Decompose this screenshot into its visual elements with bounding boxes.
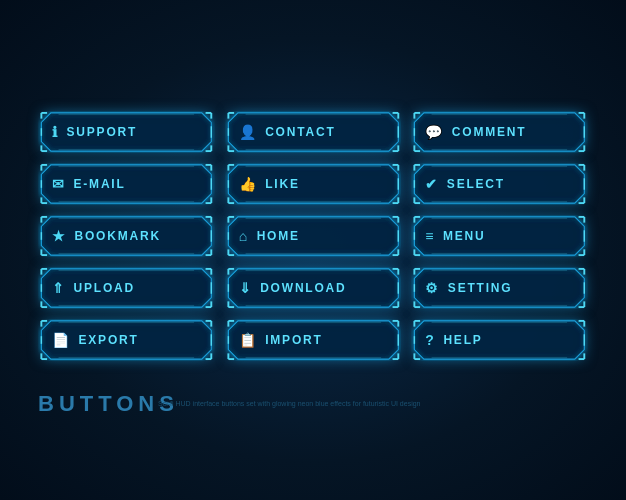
upload-icon: ⇑ bbox=[52, 280, 66, 296]
button-home[interactable]: ⌂ HOME bbox=[225, 215, 402, 257]
like-label: LIKE bbox=[265, 177, 300, 191]
button-download[interactable]: ⇓ DOWNLOAD bbox=[225, 267, 402, 309]
button-help[interactable]: ? HELP bbox=[411, 319, 588, 361]
button-support[interactable]: ℹ SUPPORT bbox=[38, 111, 215, 153]
button-email[interactable]: ✉ E-MAIL bbox=[38, 163, 215, 205]
contact-label: CONTACT bbox=[265, 125, 335, 139]
upload-label: UPLOAD bbox=[74, 281, 135, 295]
email-label: E-MAIL bbox=[74, 177, 126, 191]
select-label: SELECT bbox=[447, 177, 505, 191]
support-icon: ℹ bbox=[52, 124, 59, 140]
help-icon: ? bbox=[425, 332, 435, 348]
home-icon: ⌂ bbox=[239, 228, 249, 244]
footer-text: Sci-fi HUD interface buttons set with gl… bbox=[18, 399, 608, 410]
contact-icon: 👤 bbox=[239, 124, 258, 140]
button-export[interactable]: 📄 EXPORT bbox=[38, 319, 215, 361]
like-icon: 👍 bbox=[239, 176, 258, 192]
button-bookmark[interactable]: ★ BOOKMARK bbox=[38, 215, 215, 257]
button-menu[interactable]: ≡ MENU bbox=[411, 215, 588, 257]
setting-icon: ⚙ bbox=[425, 280, 440, 296]
import-icon: 📋 bbox=[239, 332, 258, 348]
help-label: HELP bbox=[443, 333, 482, 347]
menu-label: MENU bbox=[443, 229, 486, 243]
export-icon: 📄 bbox=[52, 332, 71, 348]
comment-label: COMMENT bbox=[452, 125, 527, 139]
button-contact[interactable]: 👤 CONTACT bbox=[225, 111, 402, 153]
setting-label: SETTING bbox=[448, 281, 513, 295]
button-upload[interactable]: ⇑ UPLOAD bbox=[38, 267, 215, 309]
button-import[interactable]: 📋 IMPORT bbox=[225, 319, 402, 361]
button-comment[interactable]: 💬 COMMENT bbox=[411, 111, 588, 153]
export-label: EXPORT bbox=[79, 333, 139, 347]
button-like[interactable]: 👍 LIKE bbox=[225, 163, 402, 205]
buttons-grid: ℹ SUPPORT 👤 CONTAC bbox=[18, 91, 608, 381]
button-setting[interactable]: ⚙ SETTING bbox=[411, 267, 588, 309]
bookmark-label: BOOKMARK bbox=[75, 229, 161, 243]
download-icon: ⇓ bbox=[239, 280, 253, 296]
bookmark-icon: ★ bbox=[52, 228, 67, 244]
import-label: IMPORT bbox=[265, 333, 322, 347]
home-label: HOME bbox=[257, 229, 300, 243]
comment-icon: 💬 bbox=[425, 124, 444, 140]
button-select[interactable]: ✔ SELECT bbox=[411, 163, 588, 205]
select-icon: ✔ bbox=[425, 176, 439, 192]
email-icon: ✉ bbox=[52, 176, 66, 192]
menu-icon: ≡ bbox=[425, 228, 435, 244]
download-label: DOWNLOAD bbox=[260, 281, 346, 295]
support-label: SUPPORT bbox=[67, 125, 138, 139]
